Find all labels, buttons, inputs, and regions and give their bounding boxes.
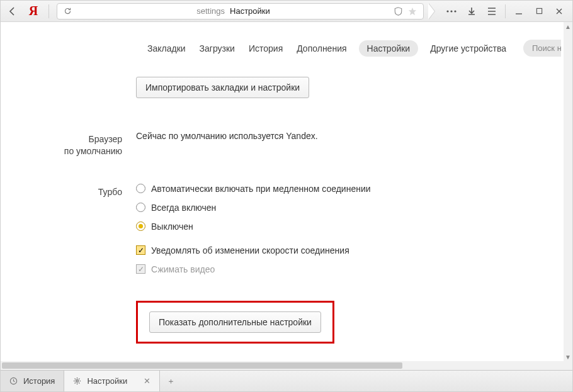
window-maximize-button[interactable] [530, 3, 548, 20]
svg-point-1 [450, 10, 452, 12]
address-title: Настройки [230, 6, 270, 16]
bookmark-star-icon[interactable] [408, 7, 418, 16]
tab-devices[interactable]: Другие устройства [430, 43, 506, 53]
downloads-icon[interactable] [462, 3, 481, 20]
address-arrow-icon [428, 3, 434, 20]
vertical-scrollbar[interactable]: ▲ ▼ [564, 22, 572, 361]
option-label: Выключен [151, 221, 193, 232]
default-browser-text: Сейчас по умолчанию используется Yandex. [136, 131, 318, 141]
gear-icon [73, 377, 82, 385]
option-label: Сжимать видео [151, 264, 215, 274]
svg-point-0 [446, 10, 448, 12]
tab-bookmarks[interactable]: Закладки [147, 43, 186, 53]
horizontal-scrollbar[interactable] [1, 361, 572, 370]
svg-point-5 [76, 380, 79, 383]
tab-label: Настройки [87, 376, 127, 386]
highlight-box: Показать дополнительные настройки [136, 301, 334, 344]
page-content: Закладки Загрузки История Дополнения Нас… [1, 22, 572, 361]
radio-icon [136, 184, 145, 193]
yandex-logo-icon[interactable]: Я [26, 4, 41, 19]
tab-label: История [23, 376, 55, 386]
settings-search[interactable]: Поиск н [523, 40, 561, 57]
show-advanced-button[interactable]: Показать дополнительные настройки [149, 311, 321, 333]
tab-downloads[interactable]: Загрузки [200, 43, 235, 53]
radio-icon [136, 221, 145, 231]
reload-icon[interactable] [62, 7, 72, 15]
address-prefix: settings [196, 6, 225, 16]
import-bookmarks-button[interactable]: Импортировать закладки и настройки [136, 77, 309, 98]
address-bar[interactable]: settings Настройки [57, 3, 424, 20]
tab-settings[interactable]: Настройки [359, 40, 419, 57]
scroll-thumb[interactable] [2, 362, 402, 369]
window-close-button[interactable] [550, 3, 569, 20]
checkbox-icon: ✓ [136, 264, 145, 274]
new-tab-button[interactable]: ＋ [160, 371, 181, 391]
option-label: Всегда включен [151, 203, 216, 213]
separator [48, 4, 49, 18]
separator [505, 4, 506, 18]
menu-icon[interactable] [482, 3, 501, 20]
settings-tabs: Закладки Загрузки История Дополнения Нас… [147, 22, 572, 68]
section-import: Импортировать закладки и настройки [1, 70, 572, 104]
footer-tab-settings[interactable]: Настройки ✕ [64, 371, 160, 391]
turbo-option-always[interactable]: Всегда включен [136, 203, 572, 213]
section-turbo: Турбо Автоматически включать при медленн… [1, 177, 572, 350]
section-default-browser: Браузер по умолчанию Сейчас по умолчанию… [1, 125, 572, 164]
label-line: Браузер [89, 134, 122, 144]
tab-addons[interactable]: Дополнения [297, 43, 346, 53]
svg-rect-3 [536, 8, 542, 13]
scroll-down-icon[interactable]: ▼ [564, 352, 572, 361]
turbo-label: Турбо [1, 184, 136, 344]
tab-history[interactable]: История [249, 43, 283, 53]
footer-tab-history[interactable]: История [1, 371, 64, 391]
close-tab-icon[interactable]: ✕ [144, 376, 150, 386]
window-minimize-button[interactable] [509, 3, 528, 20]
turbo-option-off[interactable]: Выключен [136, 221, 572, 232]
tab-strip: История Настройки ✕ ＋ [1, 370, 572, 391]
turbo-option-auto[interactable]: Автоматически включать при медленном сое… [136, 184, 572, 194]
protect-icon[interactable] [394, 7, 404, 16]
back-button[interactable] [4, 3, 21, 20]
clock-icon [9, 377, 18, 385]
label-line: по умолчанию [64, 146, 122, 156]
browser-toolbar: Я settings Настройки [1, 1, 572, 22]
svg-point-2 [454, 10, 456, 12]
checkbox-icon: ✓ [136, 245, 145, 255]
option-label: Уведомлять об изменении скорости соедине… [151, 245, 349, 255]
option-label: Автоматически включать при медленном сое… [151, 184, 371, 194]
radio-icon [136, 203, 145, 212]
turbo-compress-checkbox[interactable]: ✓ Сжимать видео [136, 264, 572, 274]
default-browser-label: Браузер по умолчанию [1, 131, 136, 157]
scroll-up-icon[interactable]: ▲ [564, 22, 572, 31]
more-icon[interactable] [442, 3, 461, 20]
turbo-notify-checkbox[interactable]: ✓ Уведомлять об изменении скорости соеди… [136, 245, 572, 255]
